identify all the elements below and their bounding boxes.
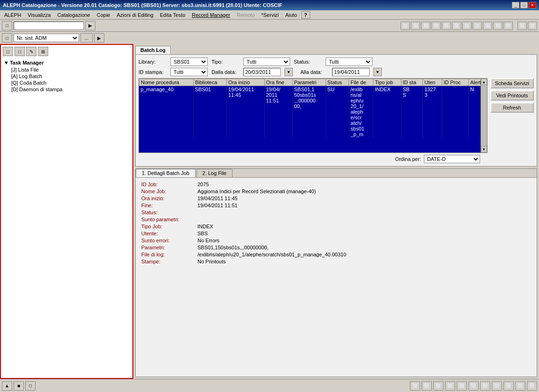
status-icon-7[interactable]: ⬜ — [480, 381, 490, 391]
status-icon-9[interactable]: ⬜ — [503, 381, 514, 391]
tab-log-file[interactable]: 2. Log File — [197, 169, 233, 177]
tree-item-lista-file[interactable]: [J] Lista File — [10, 66, 131, 73]
tipo-select[interactable]: Tutti — [243, 58, 290, 66]
table-scrollbar-v[interactable]: ▲ ▼ — [481, 79, 487, 152]
left-tb-btn-4[interactable]: ⊞ — [38, 47, 48, 56]
dalla-data-input[interactable] — [243, 68, 281, 76]
nome-job-label: Nome Job: — [141, 189, 197, 194]
icon-btn-9[interactable]: ⬜ — [483, 22, 492, 30]
col-id-proc[interactable]: ID Proc — [442, 79, 469, 86]
cell-ora-fine: 19/04/201111:51 — [264, 86, 292, 138]
icon-btn-4[interactable]: ⬜ — [431, 22, 441, 30]
alla-data-calendar-btn[interactable]: ▼ — [373, 68, 382, 76]
col-parametri[interactable]: Parametri — [292, 79, 326, 86]
left-tb-btn-2[interactable]: □ — [15, 47, 25, 56]
top-tab-bar: Batch Log — [135, 46, 537, 54]
scroll-track[interactable] — [481, 85, 487, 146]
toolbar2-btn-1[interactable]: □ — [2, 33, 12, 43]
menu-record-manager[interactable]: Record Manager — [189, 12, 233, 18]
status-btn-1[interactable]: ▲ — [2, 381, 12, 391]
icon-btn-13[interactable]: ⬜ — [528, 22, 537, 30]
detail-row-utente: Utente: SBS — [141, 231, 531, 236]
status-icon-10[interactable]: ⬜ — [515, 381, 525, 391]
col-file-de[interactable]: File de — [349, 79, 373, 86]
tab-dettagli[interactable]: 1. Dettagli Batch Job — [136, 169, 196, 177]
tree-item-log-batch[interactable]: [A] Log Batch — [10, 73, 131, 80]
cell-file-de: /exlibris/aleph/u20_1/alephe/scratch/sbs… — [349, 86, 373, 138]
left-tb-btn-3[interactable]: ✎ — [26, 47, 36, 56]
status-icon-2[interactable]: ⬜ — [422, 381, 432, 391]
status-icon-8[interactable]: ⬜ — [492, 381, 502, 391]
tree-root-task-manager[interactable]: ▼ Task Manager — [3, 59, 131, 66]
toolbar-go-btn[interactable]: ▶ — [85, 21, 95, 30]
status-icon-11[interactable]: ⬜ — [527, 381, 537, 391]
detail-row-status: Status: — [141, 210, 531, 215]
left-tb-btn-1[interactable]: □ — [3, 47, 13, 56]
icon-btn-5[interactable]: ⬜ — [442, 22, 451, 30]
batch-log-section: Batch Log Library: SBS01 Tipo: Tutti Sta… — [135, 46, 537, 167]
tree-item-daemon[interactable]: [D] Daemon di stampa — [10, 86, 131, 93]
status-icon-3[interactable]: ⬜ — [433, 381, 444, 391]
status-icon-6[interactable]: ⬜ — [468, 381, 479, 391]
menu-copie[interactable]: Copie — [95, 12, 113, 18]
table-row[interactable]: p_manage_40 SBS01 19/04/201111:45 19/04/… — [139, 86, 487, 138]
status-select[interactable]: Tutti — [326, 58, 372, 66]
vedi-printouts-button[interactable]: Vedi Printouts — [490, 90, 534, 101]
menu-catalogazione[interactable]: Catalogazione — [55, 12, 92, 18]
status-icon-4[interactable]: ⬜ — [445, 381, 455, 391]
col-tipo-job[interactable]: Tipo job — [373, 79, 401, 86]
icon-btn-3[interactable]: ⬜ — [421, 22, 430, 30]
toolbar-search-input[interactable] — [14, 22, 84, 30]
menu-aleph[interactable]: ALEPH — [2, 12, 23, 18]
status-btn-2[interactable]: ■ — [14, 381, 24, 391]
icon-btn-7[interactable]: ⬜ — [462, 22, 472, 30]
ordina-select[interactable]: DATE-D — [424, 155, 480, 163]
filter-row-1: Library: SBS01 Tipo: Tutti Status: Tutti — [138, 58, 534, 66]
menu-edita[interactable]: Edita Testo — [158, 12, 188, 18]
toolbar2-go-btn[interactable]: ▶ — [94, 33, 104, 43]
alla-data-input[interactable] — [332, 68, 370, 76]
col-ora-inizio[interactable]: Ora inizio — [226, 79, 264, 86]
scheda-servizi-button[interactable]: Scheda Servizi — [490, 78, 534, 88]
nr-sist-select[interactable]: Nr. sist. ADM — [14, 34, 79, 42]
minimize-button[interactable]: _ — [512, 2, 519, 8]
icon-btn-6[interactable]: ⬜ — [452, 22, 461, 30]
toolbar2-dotdot-btn[interactable]: ... — [80, 33, 93, 43]
menu-visualizza[interactable]: Visualizza — [25, 12, 53, 18]
col-id-sta[interactable]: ID sta — [401, 79, 422, 86]
toolbar-btn-1[interactable]: □ — [2, 21, 12, 30]
tree-item-coda-batch[interactable]: [Q] Coda Batch — [10, 80, 131, 86]
tab-batch-log[interactable]: Batch Log — [135, 46, 171, 54]
icon-btn-1[interactable]: ⬜ — [401, 22, 410, 30]
icon-btn-12[interactable]: ⬜ — [517, 22, 527, 30]
restore-button[interactable]: □ — [520, 2, 528, 8]
id-stampa-select[interactable]: Tutti — [170, 68, 208, 76]
top-right-toolbar: ⬜ ⬜ ⬜ ⬜ ⬜ ⬜ ⬜ ⬜ ⬜ ⬜ ⬜ ⬜ ⬜ — [401, 22, 537, 30]
menu-remoto[interactable]: Remoto — [234, 12, 257, 18]
scroll-down-btn[interactable]: ▼ — [481, 146, 487, 152]
scroll-up-btn[interactable]: ▲ — [481, 79, 487, 85]
menu-help-icon[interactable]: ? — [301, 11, 310, 19]
tree-children: [J] Lista File [A] Log Batch [Q] Coda Ba… — [3, 66, 131, 93]
menu-azioni[interactable]: Azioni di Editing — [115, 12, 156, 18]
menu-servizi[interactable]: *Servizi — [259, 12, 281, 18]
status-icon-1[interactable]: ⬜ — [410, 381, 420, 391]
icon-btn-8[interactable]: ⬜ — [473, 22, 482, 30]
tree-root-label: Task Manager — [10, 60, 44, 65]
status-icon-5[interactable]: ⬜ — [457, 381, 467, 391]
icon-btn-10[interactable]: ⬜ — [493, 22, 503, 30]
col-biblioteca[interactable]: Biblioteca — [193, 79, 226, 86]
dalla-data-calendar-btn[interactable]: ▼ — [284, 68, 293, 76]
col-nome[interactable]: Nome procedura — [139, 79, 194, 86]
status-btn-3[interactable]: □ — [25, 381, 36, 391]
close-button[interactable]: ✕ — [529, 2, 536, 8]
menu-aiuto[interactable]: Aiuto — [283, 12, 299, 18]
icon-btn-2[interactable]: ⬜ — [411, 22, 420, 30]
icon-btn-11[interactable]: ⬜ — [503, 22, 513, 30]
filter-row-2: ID stampa: Tutti Dalla data: ▼ Alla data… — [138, 68, 534, 76]
col-status[interactable]: Status — [326, 79, 349, 86]
refresh-button[interactable]: Refresh — [490, 102, 534, 113]
col-ora-fine[interactable]: Ora fine — [264, 79, 292, 86]
col-uten[interactable]: Uten — [423, 79, 442, 86]
library-select[interactable]: SBS01 — [170, 58, 208, 66]
